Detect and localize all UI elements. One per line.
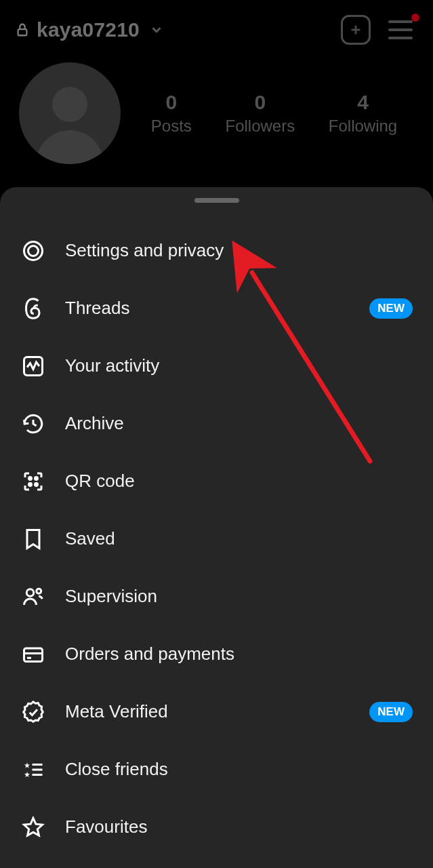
menu-item-supervision[interactable]: Supervision [5,568,428,625]
menu-item-label: Supervision [65,586,413,607]
menu-item-label: Orders and payments [65,644,413,665]
notification-dot-icon [411,14,419,22]
menu-item-meta-verified[interactable]: Meta Verified NEW [5,683,428,741]
svg-marker-16 [24,772,30,777]
new-badge: NEW [369,298,413,319]
avatar[interactable] [19,62,121,164]
menu-item-label: Your activity [65,355,413,376]
menu-list: Settings and privacy Threads NEW [0,222,433,856]
qr-icon [20,469,46,494]
menu-item-label: QR code [65,471,413,492]
create-button[interactable] [341,15,371,45]
plus-icon [348,22,363,37]
stat-following-value: 4 [329,91,397,114]
svg-point-11 [37,589,41,593]
stat-followers-label: Followers [225,117,295,136]
svg-rect-0 [18,29,27,35]
menu-item-label: Threads [65,298,369,319]
svg-marker-20 [24,818,43,835]
star-icon [20,814,46,840]
profile-stats: 0 Posts 0 Followers 4 Following [0,45,433,164]
archive-icon [20,411,46,437]
stat-following[interactable]: 4 Following [329,91,397,136]
svg-point-9 [35,483,38,486]
credit-card-icon [20,642,46,667]
menu-item-favourites[interactable]: Favourites [5,798,428,856]
stat-posts[interactable]: 0 Posts [151,91,192,136]
menu-item-label: Settings and privacy [65,240,413,261]
stat-posts-value: 0 [151,91,192,114]
menu-item-activity[interactable]: Your activity [5,337,428,395]
menu-item-archive[interactable]: Archive [5,395,428,452]
svg-rect-12 [24,648,43,662]
lock-icon [15,21,30,39]
activity-icon [20,353,46,379]
menu-item-settings[interactable]: Settings and privacy [5,222,428,279]
menu-item-label: Meta Verified [65,701,369,722]
stat-followers-value: 0 [225,91,295,114]
bookmark-icon [20,526,46,552]
menu-item-orders[interactable]: Orders and payments [5,625,428,683]
stat-posts-label: Posts [151,117,192,136]
new-badge: NEW [369,702,413,722]
svg-point-10 [26,589,34,596]
menu-item-saved[interactable]: Saved [5,510,428,568]
sheet-handle[interactable] [194,198,239,203]
menu-item-label: Archive [65,413,413,434]
svg-point-3 [24,241,43,260]
menu-item-close-friends[interactable]: Close friends [5,741,428,798]
svg-point-4 [28,245,39,256]
account-switcher[interactable]: kaya07210 [15,18,164,41]
stat-following-label: Following [329,117,397,136]
bottom-sheet: Settings and privacy Threads NEW [0,187,433,868]
menu-item-label: Favourites [65,816,413,837]
threads-icon [20,296,46,321]
username: kaya07210 [37,18,140,41]
menu-item-label: Close friends [65,759,413,780]
menu-item-label: Saved [65,528,413,549]
stat-followers[interactable]: 0 Followers [225,91,295,136]
chevron-down-icon [149,22,164,37]
gear-icon [20,238,46,264]
menu-item-qr[interactable]: QR code [5,452,428,510]
svg-point-7 [35,477,38,479]
menu-item-threads[interactable]: Threads NEW [5,279,428,337]
menu-button[interactable] [388,15,418,45]
verified-icon [20,699,46,725]
supervision-icon [20,584,46,610]
svg-point-6 [29,477,32,479]
svg-point-8 [29,483,32,486]
svg-marker-15 [24,762,30,768]
close-friends-icon [20,757,46,783]
app-root: kaya07210 0 [0,0,433,868]
topbar: kaya07210 [0,0,433,45]
